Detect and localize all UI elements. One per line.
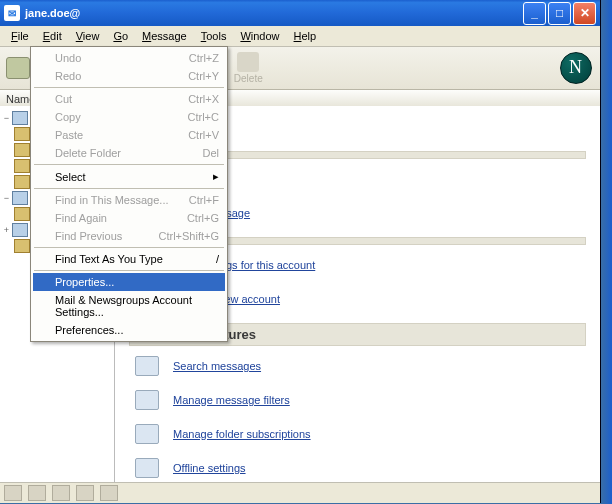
filters-icon [135,390,159,410]
netscape-logo-icon [560,52,592,84]
menu-window[interactable]: Window [233,28,286,44]
app-icon: ✉ [4,5,20,21]
folder-icon [14,207,30,221]
menu-item-undo: UndoCtrl+Z [33,49,225,67]
menu-item-find-text-as-you-type[interactable]: Find Text As You Type/ [33,250,225,268]
menu-message[interactable]: Message [135,28,194,44]
menu-help[interactable]: Help [287,28,324,44]
offline-icon [135,458,159,478]
delete-icon [237,52,259,72]
menu-edit[interactable]: Edit [36,28,69,44]
account-icon [12,223,28,237]
menu-go[interactable]: Go [106,28,135,44]
menu-item-select[interactable]: Select▸ [33,167,225,186]
menu-item-delete-folder: Delete FolderDel [33,144,225,162]
minimize-button[interactable]: _ [523,2,546,25]
titlebar[interactable]: ✉ jane.doe@ _ □ ✕ [0,0,600,26]
menu-item-find-again: Find AgainCtrl+G [33,209,225,227]
link-manage-filters[interactable]: Manage message filters [173,394,290,406]
menu-item-paste: PasteCtrl+V [33,126,225,144]
window-title: jane.doe@ [25,7,80,19]
component-irc-icon[interactable] [100,485,118,501]
subscriptions-icon [135,424,159,444]
folder-icon [14,127,30,141]
folder-icon [14,175,30,189]
menu-view[interactable]: View [69,28,107,44]
menu-item-copy: CopyCtrl+C [33,108,225,126]
component-mail-icon[interactable] [28,485,46,501]
menu-tools[interactable]: Tools [194,28,234,44]
edit-menu-dropdown[interactable]: UndoCtrl+ZRedoCtrl+YCutCtrl+XCopyCtrl+CP… [30,46,228,342]
search-icon [135,356,159,376]
menu-item-redo: RedoCtrl+Y [33,67,225,85]
component-address-icon[interactable] [76,485,94,501]
desktop-edge [601,0,612,504]
component-nav-icon[interactable] [4,485,22,501]
app-window: ✉ jane.doe@ _ □ ✕ File Edit View Go Mess… [0,0,601,503]
link-folder-subscriptions[interactable]: Manage folder subscriptions [173,428,311,440]
get-msgs-icon [6,57,30,79]
statusbar [0,482,600,503]
folder-icon [14,159,30,173]
account-icon [12,191,28,205]
component-composer-icon[interactable] [52,485,70,501]
maximize-button[interactable]: □ [548,2,571,25]
menu-item-find-in-this-message-: Find in This Message...Ctrl+F [33,191,225,209]
menu-item-find-previous: Find PreviousCtrl+Shift+G [33,227,225,245]
link-search-messages[interactable]: Search messages [173,360,261,372]
folder-icon [14,143,30,157]
menu-file[interactable]: File [4,28,36,44]
menu-item-preferences-[interactable]: Preferences... [33,321,225,339]
account-icon [12,111,28,125]
link-offline-settings[interactable]: Offline settings [173,462,246,474]
tool-delete: Delete [234,52,263,84]
menu-item-properties-[interactable]: Properties... [33,273,225,291]
tool-get-msgs[interactable] [6,57,30,80]
menubar: File Edit View Go Message Tools Window H… [0,26,600,47]
menu-item-cut: CutCtrl+X [33,90,225,108]
close-button[interactable]: ✕ [573,2,596,25]
menu-item-mail-newsgroups-account-settings-[interactable]: Mail & Newsgroups Account Settings... [33,291,225,321]
folder-icon [14,239,30,253]
